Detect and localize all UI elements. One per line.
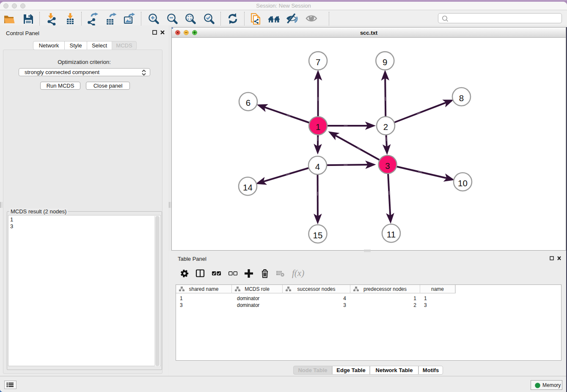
svg-text:4: 4	[315, 162, 320, 171]
svg-text:14: 14	[243, 182, 253, 192]
svg-text:7: 7	[316, 57, 320, 67]
svg-text:8: 8	[459, 93, 464, 103]
svg-text:6: 6	[246, 98, 250, 108]
svg-text:1: 1	[316, 122, 320, 132]
svg-text:9: 9	[383, 57, 387, 67]
svg-text:15: 15	[313, 230, 323, 240]
svg-text:2: 2	[383, 122, 388, 132]
svg-text:10: 10	[458, 178, 468, 188]
svg-text:11: 11	[387, 229, 396, 239]
svg-text:3: 3	[385, 161, 390, 171]
